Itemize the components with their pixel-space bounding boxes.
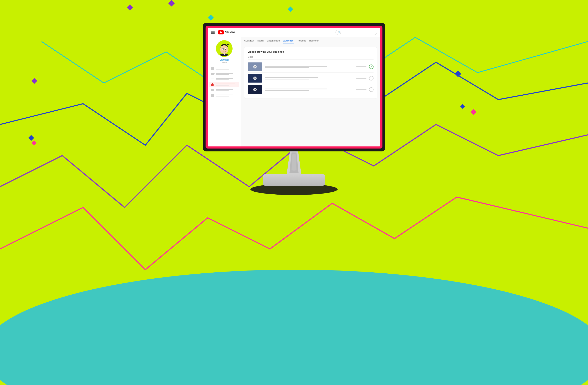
svg-point-21 bbox=[225, 49, 226, 50]
video-row-2 bbox=[248, 73, 374, 84]
svg-rect-7 bbox=[288, 6, 293, 12]
svg-rect-11 bbox=[31, 140, 37, 145]
chart-icon bbox=[211, 83, 214, 86]
sidebar-item-analytics[interactable] bbox=[209, 82, 239, 87]
studio-title: Studio bbox=[225, 31, 235, 34]
tab-audience[interactable]: Audience bbox=[283, 39, 294, 44]
youtube-icon bbox=[218, 30, 224, 35]
video-bar-2a bbox=[265, 77, 318, 78]
play-button-1[interactable] bbox=[253, 65, 257, 68]
sidebar-item-3-lines bbox=[216, 78, 237, 80]
video-stat-3 bbox=[356, 89, 366, 90]
monitor-neck-wrapper bbox=[279, 152, 309, 174]
search-bar[interactable]: 🔍 bbox=[336, 30, 377, 35]
video-thumb-1[interactable] bbox=[248, 62, 262, 71]
image-icon bbox=[211, 89, 214, 91]
youtube-logo: Studio bbox=[218, 30, 235, 35]
video-thumb-3[interactable] bbox=[248, 85, 262, 94]
play-triangle-icon-2 bbox=[254, 77, 256, 79]
avatar bbox=[216, 40, 232, 57]
tab-research[interactable]: Research bbox=[309, 39, 319, 44]
main-content: Overview Reach Engagement Audience Reven… bbox=[241, 37, 380, 146]
video-meta-3 bbox=[265, 89, 354, 91]
avatar-image bbox=[217, 40, 232, 57]
monitor-screen: Studio 🔍 bbox=[208, 28, 380, 146]
monitor-neck-svg bbox=[279, 152, 309, 174]
tab-reach[interactable]: Reach bbox=[257, 39, 264, 44]
monitor-frame: Studio 🔍 bbox=[206, 26, 382, 149]
svg-rect-3 bbox=[168, 0, 175, 6]
channel-name: Channel bbox=[220, 58, 229, 61]
channel-role: Creator bbox=[221, 61, 227, 63]
sidebar-nav bbox=[208, 66, 241, 98]
video-circle-3 bbox=[369, 87, 374, 92]
video-bar-3b bbox=[265, 90, 309, 91]
monitor-wrapper: Studio 🔍 bbox=[203, 23, 385, 195]
svg-point-17 bbox=[220, 45, 228, 54]
card-title: Videos growing your audience bbox=[248, 50, 374, 53]
sidebar-item-6[interactable] bbox=[209, 93, 239, 98]
svg-rect-2 bbox=[127, 4, 133, 11]
svg-rect-13 bbox=[470, 109, 476, 115]
tab-revenue[interactable]: Revenue bbox=[297, 39, 306, 44]
sidebar-item-2[interactable] bbox=[209, 71, 239, 76]
sidebar-item-analytics-lines bbox=[216, 84, 237, 85]
analytics-tabs: Overview Reach Engagement Audience Reven… bbox=[244, 39, 377, 44]
svg-rect-5 bbox=[28, 135, 34, 141]
video-bar-3a bbox=[265, 89, 327, 89]
sidebar-item-5-lines bbox=[216, 89, 237, 91]
video-bar-1b bbox=[265, 67, 309, 68]
tab-engagement[interactable]: Engagement bbox=[267, 39, 280, 44]
video-icon bbox=[211, 73, 214, 75]
search-icon: 🔍 bbox=[338, 31, 341, 34]
svg-rect-10 bbox=[460, 104, 465, 109]
sidebar: Channel Creator bbox=[208, 37, 241, 146]
video-row-3 bbox=[248, 84, 374, 95]
videos-card: Videos growing your audience Video bbox=[244, 47, 377, 99]
monitor-base bbox=[263, 174, 325, 186]
video-row-1: ✓ bbox=[248, 61, 374, 73]
play-button-3[interactable] bbox=[253, 88, 257, 91]
svg-rect-9 bbox=[455, 71, 461, 77]
play-button-2[interactable] bbox=[253, 77, 257, 80]
svg-rect-6 bbox=[208, 15, 214, 20]
sidebar-item-1-lines bbox=[216, 68, 237, 70]
sidebar-item-1[interactable] bbox=[209, 66, 239, 71]
video-bar-2b bbox=[265, 79, 309, 79]
sidebar-item-5[interactable] bbox=[209, 88, 239, 93]
play-triangle-icon bbox=[254, 66, 256, 68]
video-stat-1 bbox=[356, 66, 366, 67]
image2-icon bbox=[211, 94, 214, 97]
sidebar-item-2-lines bbox=[216, 73, 237, 75]
video-thumb-2[interactable] bbox=[248, 74, 262, 83]
list-icon bbox=[211, 78, 214, 80]
play-triangle-icon-3 bbox=[254, 89, 256, 90]
svg-point-1 bbox=[0, 270, 588, 385]
table-header: Video bbox=[248, 56, 374, 59]
checkmark-icon: ✓ bbox=[370, 66, 372, 68]
video-circle-2 bbox=[369, 76, 374, 80]
studio-body: Channel Creator bbox=[208, 37, 380, 146]
svg-rect-4 bbox=[31, 78, 37, 84]
video-meta-1 bbox=[265, 66, 354, 68]
studio-header: Studio 🔍 bbox=[208, 28, 380, 37]
tab-overview[interactable]: Overview bbox=[244, 39, 254, 44]
video-bar-1a bbox=[265, 66, 327, 67]
sidebar-item-6-lines bbox=[216, 95, 237, 96]
hamburger-menu-icon[interactable] bbox=[211, 31, 215, 34]
monitor-bezel: Studio 🔍 bbox=[203, 23, 385, 152]
video-check-1: ✓ bbox=[369, 64, 374, 69]
video-meta-2 bbox=[265, 77, 354, 79]
sidebar-item-3[interactable] bbox=[209, 77, 239, 81]
video-stat-2 bbox=[356, 78, 366, 79]
grid-icon bbox=[211, 67, 214, 70]
svg-point-20 bbox=[223, 49, 224, 50]
